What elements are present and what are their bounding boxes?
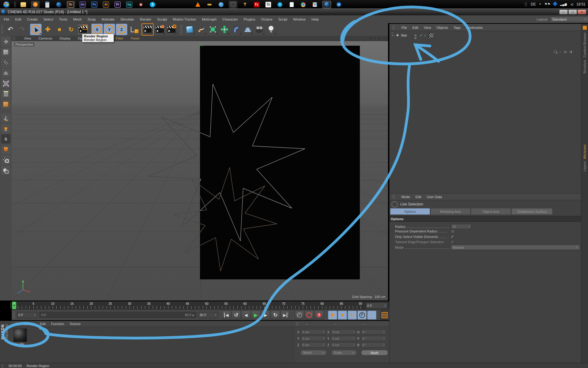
- volume-icon[interactable]: ◖): [570, 2, 573, 6]
- current-frame-field[interactable]: 0 F⇕: [17, 312, 37, 318]
- prev-key-button[interactable]: ↺: [232, 311, 241, 320]
- live-selection-tool[interactable]: [30, 24, 42, 35]
- make-editable-button[interactable]: [1, 37, 10, 46]
- move-tool[interactable]: ✚: [42, 24, 53, 35]
- timeline-ruler[interactable]: 0 0 5 10 15 20 25 30 35 40 45 50 55 60 6…: [12, 301, 389, 310]
- hair-material-tag-icon[interactable]: [429, 33, 434, 38]
- model-mode-button[interactable]: [1, 48, 10, 57]
- menu-character[interactable]: Character: [222, 17, 238, 21]
- menu-mograph[interactable]: MoGraph: [202, 17, 217, 21]
- pos-x-field[interactable]: 0 cm⇕: [301, 329, 326, 335]
- points-mode-button[interactable]: [1, 79, 10, 88]
- render-view-button[interactable]: [141, 23, 154, 36]
- menu-sculpt[interactable]: Sculpt: [157, 17, 167, 21]
- filter-icon[interactable]: ▤: [564, 50, 567, 53]
- tab-layers[interactable]: Layers: [583, 161, 586, 171]
- maximize-button[interactable]: ◻: [568, 10, 577, 14]
- enabled-check-icon[interactable]: ✓: [420, 33, 423, 37]
- bridge-icon[interactable]: Br: [66, 1, 75, 8]
- om-menu-edit[interactable]: Edit: [413, 26, 418, 29]
- sync-icon[interactable]: ⇄: [335, 1, 343, 8]
- thunderbird-icon[interactable]: [217, 1, 225, 8]
- tab-options[interactable]: Options: [390, 208, 430, 215]
- layout-select[interactable]: Standard▼: [550, 16, 588, 22]
- floor-environment-button[interactable]: [242, 24, 253, 35]
- photoshop-icon[interactable]: Ps: [90, 1, 98, 8]
- size-x-field[interactable]: 0 cm⇕: [331, 329, 356, 335]
- window-titlebar[interactable]: CINEMA 4D R16.027 Studio (R16) - [Untitl…: [0, 8, 588, 16]
- paint-setup-button[interactable]: [1, 145, 10, 154]
- launcher-grid-icon[interactable]: [311, 1, 319, 8]
- material-item[interactable]: Hair Ma: [13, 328, 28, 346]
- mode-select[interactable]: Normal▼: [451, 245, 580, 250]
- light-button[interactable]: [266, 24, 277, 35]
- filezilla-icon[interactable]: Fz: [253, 1, 261, 8]
- viewport-menu-display[interactable]: Display: [59, 36, 70, 40]
- render-picture-viewer-button[interactable]: [154, 24, 165, 35]
- after-effects-icon[interactable]: Ae: [79, 1, 87, 8]
- pan-view-icon[interactable]: ✛: [369, 36, 372, 40]
- play-button[interactable]: ▶: [251, 311, 260, 320]
- frame-spinner[interactable]: 0 F⇕: [366, 302, 388, 309]
- timeline-window-button[interactable]: [380, 310, 389, 320]
- search-icon[interactable]: [554, 50, 557, 53]
- prev-frame-button[interactable]: ◀: [241, 311, 251, 320]
- pos-y-field[interactable]: 0 cm⇕: [301, 336, 326, 341]
- pressure-checkbox[interactable]: [451, 229, 455, 233]
- am-menu-edit[interactable]: Edit: [416, 195, 421, 199]
- language-indicator[interactable]: DE: [531, 2, 536, 6]
- material-menu-texture[interactable]: Texture: [70, 322, 81, 326]
- add-cube-button[interactable]: [184, 24, 195, 35]
- zoom-view-icon[interactable]: ⇕: [374, 36, 376, 40]
- lock-icon[interactable]: ◨: [569, 50, 572, 53]
- tab-object-axis[interactable]: Object Axis: [471, 208, 511, 215]
- menu-file[interactable]: File: [4, 17, 9, 21]
- wine-icon[interactable]: [241, 1, 249, 8]
- om-menu-view[interactable]: View: [424, 26, 431, 29]
- premiere-icon[interactable]: Pr: [114, 1, 122, 8]
- workplane-mode-button[interactable]: [1, 68, 10, 78]
- viewport-menu-view[interactable]: View: [24, 36, 31, 40]
- tab-content-browser[interactable]: Content Browser: [583, 32, 586, 57]
- tab-structure[interactable]: Structure: [583, 60, 586, 74]
- goto-start-button[interactable]: ◀: [222, 311, 231, 320]
- menu-snap[interactable]: Snap: [88, 17, 96, 21]
- camera-label[interactable]: Perspective: [14, 42, 35, 47]
- object-row-star[interactable]: ✶ Star ✓ ✓: [391, 32, 581, 39]
- array-generator-button[interactable]: [219, 24, 230, 35]
- language-dropdown-icon[interactable]: ▼: [539, 3, 541, 6]
- menu-plugins[interactable]: Plugins: [244, 17, 255, 21]
- tolerant-checkbox[interactable]: ✓: [451, 240, 581, 244]
- deformer-bend-button[interactable]: [231, 24, 242, 35]
- menu-animate[interactable]: Animate: [102, 17, 115, 21]
- explorer-icon[interactable]: [19, 1, 27, 8]
- dropbox-icon[interactable]: [553, 2, 557, 6]
- radius-field[interactable]: 10⇕: [451, 224, 472, 229]
- tab-modeling-axis[interactable]: Modeling Axis: [431, 208, 470, 215]
- minimize-button[interactable]: ─: [559, 10, 568, 14]
- size-mode-select[interactable]: Scale▼: [331, 350, 357, 355]
- am-menu-mode[interactable]: Mode: [401, 195, 410, 199]
- menu-octane[interactable]: Octane: [261, 17, 273, 21]
- menu-tools[interactable]: Tools: [59, 17, 67, 21]
- rot-p-field[interactable]: 0 °⇕: [361, 336, 386, 341]
- keepass-icon[interactable]: [205, 1, 213, 8]
- edges-mode-button[interactable]: [1, 89, 10, 98]
- calculator-icon[interactable]: [43, 1, 51, 8]
- close-button[interactable]: ✕: [578, 10, 586, 14]
- enable-axis-button[interactable]: [1, 113, 10, 123]
- menu-create[interactable]: Create: [27, 17, 38, 21]
- options-section-header[interactable]: Options: [390, 216, 581, 222]
- preview-range-slider[interactable]: 0 F90 F ▸: [39, 312, 196, 318]
- apply-button[interactable]: Apply: [361, 350, 388, 355]
- rot-h-field[interactable]: 0 °⇕: [361, 329, 386, 335]
- polygons-mode-button[interactable]: [1, 100, 10, 109]
- key-parameter-toggle[interactable]: P: [357, 311, 367, 320]
- subdivision-surface-button[interactable]: [207, 24, 218, 35]
- menu-window[interactable]: Window: [293, 17, 306, 21]
- viewport-solo-button[interactable]: [1, 124, 10, 133]
- menu-select[interactable]: Select: [43, 17, 53, 21]
- material-menu-edit[interactable]: Edit: [40, 322, 46, 326]
- render-settings-button[interactable]: ✱: [166, 24, 177, 35]
- gimp-icon[interactable]: [229, 1, 237, 8]
